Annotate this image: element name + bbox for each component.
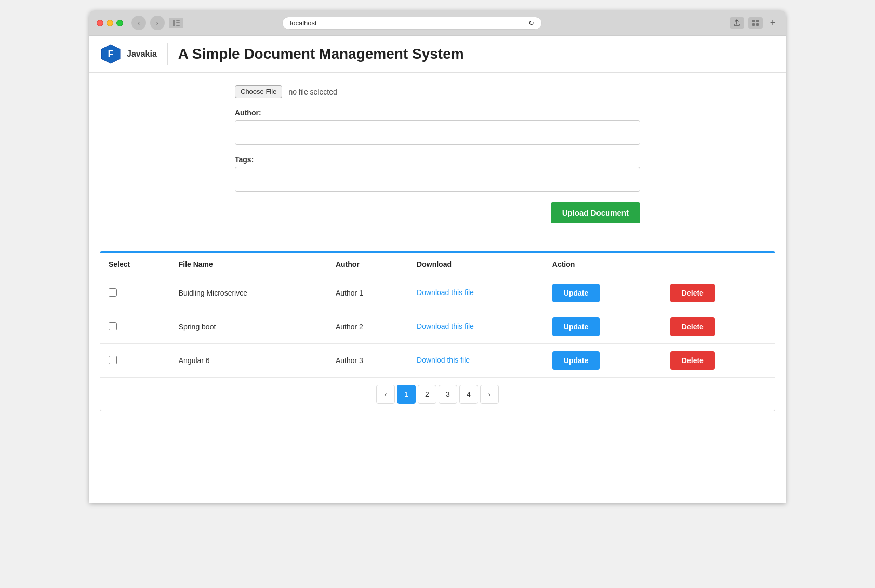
share-button[interactable] bbox=[730, 17, 744, 29]
row-actions: Update bbox=[544, 310, 662, 344]
row-checkbox-cell bbox=[100, 276, 170, 310]
upload-btn-row: Upload Document bbox=[235, 202, 640, 223]
new-tab-button[interactable]: + bbox=[767, 17, 778, 29]
browser-actions: + bbox=[730, 17, 778, 29]
update-button-1[interactable]: Update bbox=[552, 284, 600, 302]
row-actions: Update bbox=[544, 344, 662, 378]
upload-form: Choose File no file selected Author: Tag… bbox=[89, 73, 786, 251]
row-filename: Spring boot bbox=[170, 310, 327, 344]
row-delete-cell: Delete bbox=[662, 344, 775, 378]
tags-label: Tags: bbox=[235, 155, 640, 164]
row-author: Author 3 bbox=[327, 344, 408, 378]
forward-button[interactable]: › bbox=[150, 16, 165, 30]
row-checkbox-1[interactable] bbox=[109, 288, 117, 297]
pagination-cell: ‹1234› bbox=[100, 378, 775, 411]
pagination-page-2[interactable]: 2 bbox=[418, 385, 436, 404]
row-author: Author 1 bbox=[327, 276, 408, 310]
svg-rect-0 bbox=[173, 20, 175, 26]
documents-table-container: Select File Name Author Download Action … bbox=[100, 251, 775, 411]
table-body: Buidling Microserivce Author 1 Download … bbox=[100, 276, 775, 411]
browser-window: ‹ › localhost ↻ + F bbox=[89, 10, 786, 503]
row-filename: Angular 6 bbox=[170, 344, 327, 378]
row-filename: Buidling Microserivce bbox=[170, 276, 327, 310]
row-download: Downlod this file bbox=[408, 344, 544, 378]
traffic-lights bbox=[97, 20, 123, 26]
pagination-next[interactable]: › bbox=[480, 385, 499, 404]
row-checkbox-2[interactable] bbox=[109, 322, 117, 330]
table-row: Buidling Microserivce Author 1 Download … bbox=[100, 276, 775, 310]
sidebar-toggle-button[interactable] bbox=[169, 18, 183, 28]
pagination-prev[interactable]: ‹ bbox=[376, 385, 395, 404]
download-link-1[interactable]: Download this file bbox=[417, 288, 474, 297]
author-input[interactable] bbox=[235, 120, 640, 145]
close-window-button[interactable] bbox=[97, 20, 103, 26]
row-checkbox-cell bbox=[100, 344, 170, 378]
back-button[interactable]: ‹ bbox=[131, 16, 146, 30]
url-bar[interactable]: localhost ↻ bbox=[282, 17, 542, 30]
col-select: Select bbox=[100, 253, 170, 276]
row-delete-cell: Delete bbox=[662, 310, 775, 344]
browser-titlebar: ‹ › localhost ↻ + bbox=[89, 10, 786, 35]
table-row: Spring boot Author 2 Download this file … bbox=[100, 310, 775, 344]
pagination-page-3[interactable]: 3 bbox=[439, 385, 457, 404]
update-button-2[interactable]: Update bbox=[552, 317, 600, 336]
col-action: Action bbox=[544, 253, 662, 276]
svg-rect-4 bbox=[752, 20, 755, 22]
table-row: Angular 6 Author 3 Downlod this file Upd… bbox=[100, 344, 775, 378]
documents-table: Select File Name Author Download Action … bbox=[100, 253, 775, 411]
no-file-text: no file selected bbox=[288, 88, 337, 96]
pagination-page-4[interactable]: 4 bbox=[459, 385, 478, 404]
pagination-page-1[interactable]: 1 bbox=[397, 385, 416, 404]
download-link-2[interactable]: Download this file bbox=[417, 322, 474, 330]
row-delete-cell: Delete bbox=[662, 276, 775, 310]
row-author: Author 2 bbox=[327, 310, 408, 344]
svg-rect-6 bbox=[752, 23, 755, 26]
row-checkbox-3[interactable] bbox=[109, 356, 117, 364]
delete-button-2[interactable]: Delete bbox=[670, 317, 715, 336]
logo-icon: F bbox=[100, 43, 122, 65]
col-download: Download bbox=[408, 253, 544, 276]
download-link-3[interactable]: Downlod this file bbox=[417, 356, 470, 364]
table-header: Select File Name Author Download Action bbox=[100, 253, 775, 276]
row-download: Download this file bbox=[408, 276, 544, 310]
refresh-icon[interactable]: ↻ bbox=[528, 19, 534, 27]
pagination-row: ‹1234› bbox=[100, 378, 775, 411]
svg-rect-3 bbox=[176, 25, 180, 26]
svg-text:F: F bbox=[108, 49, 114, 59]
file-upload-row: Choose File no file selected bbox=[235, 85, 640, 98]
svg-rect-2 bbox=[176, 22, 180, 23]
svg-rect-5 bbox=[756, 20, 759, 22]
delete-button-3[interactable]: Delete bbox=[670, 351, 715, 370]
logo-container: F Javakia bbox=[100, 43, 168, 65]
browser-content: F Javakia A Simple Document Management S… bbox=[89, 35, 786, 503]
upload-document-button[interactable]: Upload Document bbox=[551, 202, 640, 223]
pagination: ‹1234› bbox=[376, 385, 499, 404]
col-author: Author bbox=[327, 253, 408, 276]
minimize-window-button[interactable] bbox=[107, 20, 113, 26]
delete-button-1[interactable]: Delete bbox=[670, 284, 715, 302]
author-label: Author: bbox=[235, 109, 640, 117]
url-text: localhost bbox=[290, 19, 316, 27]
svg-rect-7 bbox=[756, 23, 759, 26]
row-download: Download this file bbox=[408, 310, 544, 344]
svg-rect-1 bbox=[176, 20, 180, 21]
row-actions: Update bbox=[544, 276, 662, 310]
update-button-3[interactable]: Update bbox=[552, 351, 600, 370]
logo-text: Javakia bbox=[127, 49, 157, 59]
col-filename: File Name bbox=[170, 253, 327, 276]
row-checkbox-cell bbox=[100, 310, 170, 344]
app-title: A Simple Document Management System bbox=[178, 46, 464, 62]
tab-overview-button[interactable] bbox=[748, 17, 763, 29]
app-header: F Javakia A Simple Document Management S… bbox=[89, 36, 786, 73]
choose-file-button[interactable]: Choose File bbox=[235, 85, 282, 98]
tags-input[interactable] bbox=[235, 167, 640, 192]
col-action-extra bbox=[662, 253, 775, 276]
maximize-window-button[interactable] bbox=[116, 20, 123, 26]
